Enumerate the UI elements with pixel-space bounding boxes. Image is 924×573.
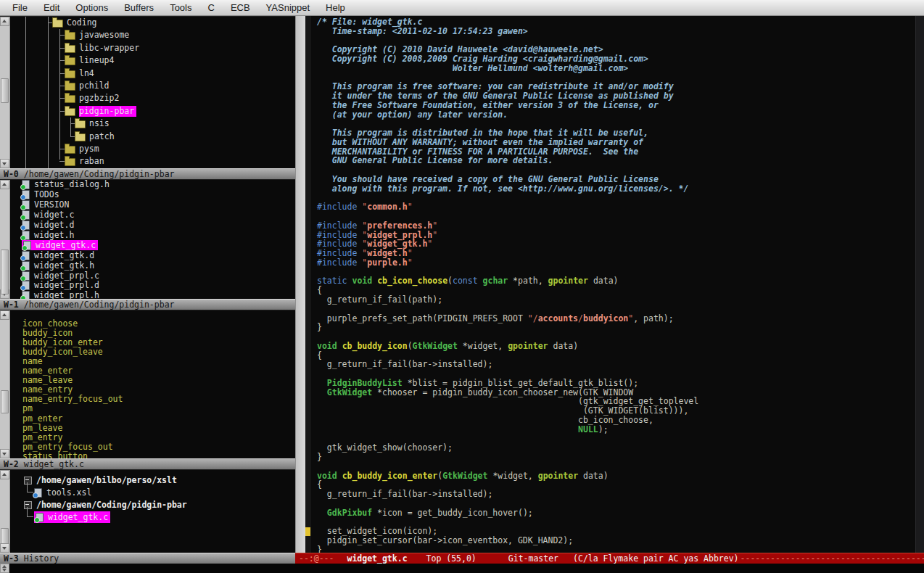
scrollbar[interactable] <box>0 470 10 553</box>
scroll-down-icon[interactable] <box>0 543 9 553</box>
tree-item-pidgin-pbar[interactable]: pidgin-pbar <box>65 105 136 118</box>
tree-guide-line <box>59 29 60 160</box>
scroll-up-icon[interactable] <box>0 180 9 189</box>
menu-item-edit[interactable]: Edit <box>36 1 67 15</box>
ecb-history-window[interactable]: /home/gawen/bilbo/perso/xslttools.xsl/ho… <box>0 469 295 553</box>
tree-item-Coding[interactable]: Coding <box>52 17 99 29</box>
menu-item-file[interactable]: File <box>4 1 36 15</box>
source-file-item[interactable]: widget.h <box>22 231 76 241</box>
history-file-item[interactable]: widget_gtk.c <box>34 511 110 523</box>
ecb-right-scrollbar[interactable] <box>295 16 305 553</box>
tree-item-pchild[interactable]: pchild <box>65 80 112 92</box>
history-file-label: tools.xsl <box>46 487 94 498</box>
tree-item-patch[interactable]: patch <box>75 131 117 143</box>
history-group[interactable]: /home/gawen/Coding/pidgin-pbar <box>24 499 189 511</box>
menu-item-yasnippet[interactable]: YASnippet <box>258 1 318 15</box>
method-item[interactable]: name_leave <box>22 376 75 385</box>
ecb-directories-window[interactable]: Codingjavawesomelibc-wrapperlineup4ln4pc… <box>0 16 295 168</box>
method-item[interactable]: status_button <box>22 452 90 458</box>
history-group[interactable]: /home/gawen/bilbo/perso/xslt <box>24 474 179 486</box>
file-icon <box>22 261 30 271</box>
method-item[interactable]: name_enter <box>22 366 75 376</box>
method-item[interactable]: pm_entry <box>22 433 65 442</box>
menu-item-options[interactable]: Options <box>67 1 116 15</box>
tree-item-lineup4[interactable]: lineup4 <box>65 54 116 67</box>
source-file-item[interactable]: widget.c <box>22 210 76 220</box>
menu-item-help[interactable]: Help <box>318 1 353 15</box>
method-item[interactable]: name <box>22 357 45 366</box>
scrollbar-thumb[interactable] <box>1 390 9 413</box>
folder-icon <box>65 57 75 65</box>
tree-item-pysm[interactable]: pysm <box>65 143 102 155</box>
scrollbar[interactable] <box>0 310 10 458</box>
code-line: (at your option) any later version. <box>317 110 698 120</box>
modeline-position: Top (55,0) <box>426 553 477 564</box>
method-item[interactable]: buddy_icon <box>22 329 75 338</box>
source-file-item[interactable]: TODOs <box>22 190 62 200</box>
echo-area[interactable] <box>0 564 924 573</box>
tree-item-pgzbzip2[interactable]: pgzbzip2 <box>65 92 121 104</box>
source-file-item[interactable]: widget_gtk.d <box>22 250 96 260</box>
source-file-label: widget_prpl.d <box>34 280 102 291</box>
tree-item-raban[interactable]: raban <box>65 155 107 168</box>
tree-guide-line <box>59 73 65 74</box>
tree-item-ln4[interactable]: ln4 <box>65 67 96 80</box>
modeline-w0: W-0/home/gawen/Coding/pidgin-pbar <box>0 168 295 179</box>
tree-item-libc-wrapper[interactable]: libc-wrapper <box>65 42 141 54</box>
method-item[interactable]: pm_entry_focus_out <box>22 442 115 452</box>
ecb-sources-window[interactable]: status_dialog.hTODOsVERSIONwidget.cwidge… <box>0 179 295 299</box>
source-file-item[interactable]: widget_gtk.c <box>22 240 98 250</box>
scroll-up-icon[interactable] <box>0 310 9 320</box>
source-file-item[interactable]: widget_prpl.d <box>22 281 102 291</box>
scroll-up-icon[interactable] <box>0 17 9 26</box>
tree-item-nsis[interactable]: nsis <box>75 118 112 130</box>
scrollbar-thumb[interactable] <box>1 528 9 544</box>
folder-icon <box>65 146 75 154</box>
scrollbar[interactable] <box>0 17 10 168</box>
source-file-item[interactable]: status_dialog.h <box>22 180 112 190</box>
menu-item-buffers[interactable]: Buffers <box>116 1 162 15</box>
method-item[interactable]: name_entry <box>22 385 75 395</box>
modeline-flags: --:@--- <box>299 553 334 564</box>
menu-item-ecb[interactable]: ECB <box>223 1 258 15</box>
source-file-item[interactable]: widget_prpl.h <box>22 291 102 299</box>
scrollbar-thumb[interactable] <box>1 78 9 103</box>
scrollbar-thumb[interactable] <box>1 250 9 294</box>
folder-icon <box>75 120 86 128</box>
method-item[interactable]: buddy_icon_enter <box>22 338 105 347</box>
ecb-methods-window[interactable]: icon_choosebuddy_iconbuddy_icon_enterbud… <box>0 310 295 458</box>
source-file-item[interactable]: widget_gtk.h <box>22 260 96 271</box>
code-buffer[interactable]: /* File: widget_gtk.c Time-stamp: <2011-… <box>317 17 698 553</box>
window-title: /home/gawen/Coding/pidgin-pbar <box>24 169 175 179</box>
code-line: g_return_if_fail(bar->installed); <box>317 360 698 369</box>
method-item[interactable]: pm_leave <box>22 424 65 433</box>
method-item[interactable]: pm_enter <box>22 414 65 424</box>
method-item[interactable]: name_entry_focus_out <box>22 395 125 404</box>
scroll-down-icon[interactable] <box>0 449 9 458</box>
source-file-item[interactable]: widget.d <box>22 220 76 231</box>
folder-icon <box>65 83 75 91</box>
tree-guide-line <box>59 35 65 36</box>
menu-item-tools[interactable]: Tools <box>162 1 199 15</box>
source-file-item[interactable]: VERSION <box>22 200 71 210</box>
folder-icon <box>65 45 75 53</box>
tree-item-javawesome[interactable]: javawesome <box>65 29 131 41</box>
method-label: status_button <box>22 451 90 458</box>
menu-item-c[interactable]: C <box>199 1 222 15</box>
scroll-up-icon[interactable] <box>0 470 9 479</box>
editor-scrollbar[interactable] <box>915 16 924 553</box>
code-line: } <box>317 323 698 332</box>
editor-fringe <box>305 16 311 553</box>
method-item[interactable]: icon_choose <box>22 319 80 329</box>
scroll-down-icon[interactable] <box>0 159 9 168</box>
history-file-item[interactable]: tools.xsl <box>34 487 94 498</box>
method-item[interactable]: pm <box>22 404 35 413</box>
source-file-label: widget_gtk.h <box>34 260 96 271</box>
tree-guide-line <box>59 86 65 86</box>
method-item[interactable]: buddy_icon_leave <box>22 347 105 357</box>
tree-item-label: pgzbzip2 <box>79 93 121 104</box>
folder-icon <box>52 20 63 28</box>
scrollbar[interactable] <box>0 180 10 299</box>
tree-item-label: ln4 <box>79 68 96 79</box>
source-file-item[interactable]: widget_prpl.c <box>22 271 102 281</box>
